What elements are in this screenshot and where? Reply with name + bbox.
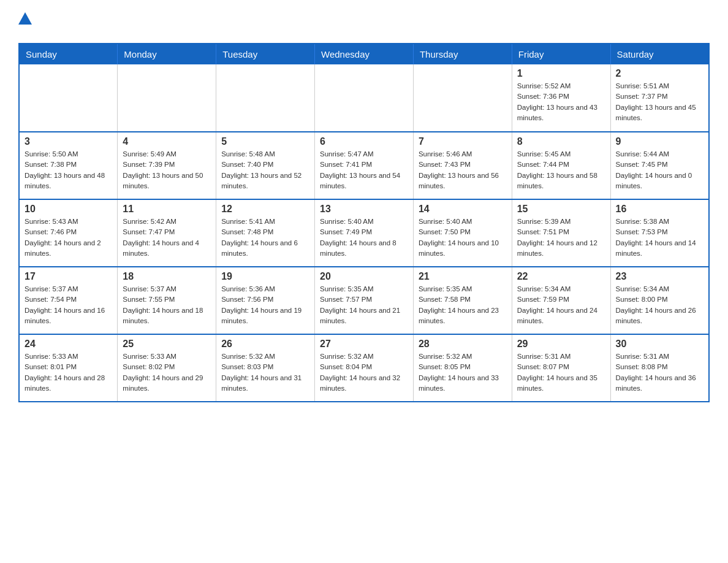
day-info: Sunrise: 5:34 AMSunset: 7:59 PMDaylight:… xyxy=(517,284,605,326)
day-info: Sunrise: 5:32 AMSunset: 8:05 PMDaylight:… xyxy=(419,351,507,394)
calendar-cell: 2Sunrise: 5:51 AMSunset: 7:37 PMDaylight… xyxy=(610,64,709,132)
day-number: 21 xyxy=(419,271,507,282)
day-info: Sunrise: 5:40 AMSunset: 7:50 PMDaylight:… xyxy=(419,216,507,259)
calendar-cell xyxy=(413,64,512,132)
day-info: Sunrise: 5:35 AMSunset: 7:57 PMDaylight:… xyxy=(320,284,408,326)
calendar-cell: 8Sunrise: 5:45 AMSunset: 7:44 PMDaylight… xyxy=(512,132,610,199)
day-number: 10 xyxy=(25,204,112,215)
day-info: Sunrise: 5:32 AMSunset: 8:03 PMDaylight:… xyxy=(221,351,309,394)
calendar-cell: 4Sunrise: 5:49 AMSunset: 7:39 PMDaylight… xyxy=(118,132,216,199)
calendar-cell: 17Sunrise: 5:37 AMSunset: 7:54 PMDayligh… xyxy=(19,267,118,334)
day-number: 13 xyxy=(320,204,408,215)
calendar-cell: 19Sunrise: 5:36 AMSunset: 7:56 PMDayligh… xyxy=(216,267,315,334)
calendar-cell: 15Sunrise: 5:39 AMSunset: 7:51 PMDayligh… xyxy=(512,199,610,267)
calendar-cell xyxy=(118,64,216,132)
day-number: 30 xyxy=(616,339,703,350)
calendar-cell: 1Sunrise: 5:52 AMSunset: 7:36 PMDaylight… xyxy=(512,64,610,132)
day-number: 15 xyxy=(517,204,605,215)
calendar-cell: 9Sunrise: 5:44 AMSunset: 7:45 PMDaylight… xyxy=(610,132,709,199)
day-info: Sunrise: 5:35 AMSunset: 7:58 PMDaylight:… xyxy=(419,284,507,326)
calendar-cell xyxy=(315,64,414,132)
day-number: 22 xyxy=(517,271,605,282)
calendar-cell: 30Sunrise: 5:31 AMSunset: 8:08 PMDayligh… xyxy=(610,334,709,402)
day-info: Sunrise: 5:34 AMSunset: 8:00 PMDaylight:… xyxy=(616,284,703,326)
page-header xyxy=(18,12,710,33)
day-info: Sunrise: 5:49 AMSunset: 7:39 PMDaylight:… xyxy=(123,149,211,191)
calendar-cell: 26Sunrise: 5:32 AMSunset: 8:03 PMDayligh… xyxy=(216,334,315,402)
day-number: 4 xyxy=(123,136,211,147)
calendar-table: SundayMondayTuesdayWednesdayThursdayFrid… xyxy=(18,43,710,402)
day-of-week-header: Monday xyxy=(118,44,216,64)
logo xyxy=(18,12,33,33)
day-info: Sunrise: 5:33 AMSunset: 8:02 PMDaylight:… xyxy=(123,351,211,394)
day-number: 19 xyxy=(221,271,309,282)
day-number: 25 xyxy=(123,339,211,350)
day-info: Sunrise: 5:42 AMSunset: 7:47 PMDaylight:… xyxy=(123,216,211,259)
day-number: 27 xyxy=(320,339,408,350)
day-info: Sunrise: 5:32 AMSunset: 8:04 PMDaylight:… xyxy=(320,351,408,394)
calendar-week-row: 1Sunrise: 5:52 AMSunset: 7:36 PMDaylight… xyxy=(19,64,709,132)
calendar-cell xyxy=(19,64,118,132)
calendar-cell: 5Sunrise: 5:48 AMSunset: 7:40 PMDaylight… xyxy=(216,132,315,199)
day-info: Sunrise: 5:41 AMSunset: 7:48 PMDaylight:… xyxy=(221,216,309,259)
day-info: Sunrise: 5:33 AMSunset: 8:01 PMDaylight:… xyxy=(25,351,112,394)
calendar-cell: 13Sunrise: 5:40 AMSunset: 7:49 PMDayligh… xyxy=(315,199,414,267)
day-info: Sunrise: 5:38 AMSunset: 7:53 PMDaylight:… xyxy=(616,216,703,259)
calendar-week-row: 17Sunrise: 5:37 AMSunset: 7:54 PMDayligh… xyxy=(19,267,709,334)
day-info: Sunrise: 5:36 AMSunset: 7:56 PMDaylight:… xyxy=(221,284,309,326)
day-number: 11 xyxy=(123,204,211,215)
calendar-cell: 3Sunrise: 5:50 AMSunset: 7:38 PMDaylight… xyxy=(19,132,118,199)
day-number: 17 xyxy=(25,271,112,282)
calendar-cell: 20Sunrise: 5:35 AMSunset: 7:57 PMDayligh… xyxy=(315,267,414,334)
day-of-week-header: Thursday xyxy=(413,44,512,64)
calendar-cell: 12Sunrise: 5:41 AMSunset: 7:48 PMDayligh… xyxy=(216,199,315,267)
logo-triangle-icon xyxy=(18,12,32,25)
calendar-cell: 18Sunrise: 5:37 AMSunset: 7:55 PMDayligh… xyxy=(118,267,216,334)
day-of-week-header: Sunday xyxy=(19,44,118,64)
day-info: Sunrise: 5:44 AMSunset: 7:45 PMDaylight:… xyxy=(616,149,703,191)
day-info: Sunrise: 5:50 AMSunset: 7:38 PMDaylight:… xyxy=(25,149,112,191)
day-number: 6 xyxy=(320,136,408,147)
calendar-cell: 27Sunrise: 5:32 AMSunset: 8:04 PMDayligh… xyxy=(315,334,414,402)
day-number: 18 xyxy=(123,271,211,282)
day-number: 29 xyxy=(517,339,605,350)
day-info: Sunrise: 5:37 AMSunset: 7:55 PMDaylight:… xyxy=(123,284,211,326)
day-number: 28 xyxy=(419,339,507,350)
day-number: 1 xyxy=(517,68,605,79)
day-number: 20 xyxy=(320,271,408,282)
day-info: Sunrise: 5:45 AMSunset: 7:44 PMDaylight:… xyxy=(517,149,605,191)
calendar-cell: 22Sunrise: 5:34 AMSunset: 7:59 PMDayligh… xyxy=(512,267,610,334)
logo-blue-text xyxy=(18,23,20,33)
day-info: Sunrise: 5:46 AMSunset: 7:43 PMDaylight:… xyxy=(419,149,507,191)
day-number: 26 xyxy=(221,339,309,350)
calendar-week-row: 10Sunrise: 5:43 AMSunset: 7:46 PMDayligh… xyxy=(19,199,709,267)
day-info: Sunrise: 5:48 AMSunset: 7:40 PMDaylight:… xyxy=(221,149,309,191)
day-info: Sunrise: 5:51 AMSunset: 7:37 PMDaylight:… xyxy=(616,81,703,123)
calendar-cell: 23Sunrise: 5:34 AMSunset: 8:00 PMDayligh… xyxy=(610,267,709,334)
calendar-cell: 29Sunrise: 5:31 AMSunset: 8:07 PMDayligh… xyxy=(512,334,610,402)
calendar-cell: 14Sunrise: 5:40 AMSunset: 7:50 PMDayligh… xyxy=(413,199,512,267)
day-of-week-header: Wednesday xyxy=(315,44,414,64)
day-of-week-header: Tuesday xyxy=(216,44,315,64)
calendar-header-row: SundayMondayTuesdayWednesdayThursdayFrid… xyxy=(19,44,709,64)
calendar-cell: 25Sunrise: 5:33 AMSunset: 8:02 PMDayligh… xyxy=(118,334,216,402)
day-number: 14 xyxy=(419,204,507,215)
day-number: 23 xyxy=(616,271,703,282)
calendar-cell: 24Sunrise: 5:33 AMSunset: 8:01 PMDayligh… xyxy=(19,334,118,402)
calendar-cell: 6Sunrise: 5:47 AMSunset: 7:41 PMDaylight… xyxy=(315,132,414,199)
day-of-week-header: Saturday xyxy=(610,44,709,64)
svg-marker-0 xyxy=(18,12,32,25)
calendar-cell: 11Sunrise: 5:42 AMSunset: 7:47 PMDayligh… xyxy=(118,199,216,267)
day-info: Sunrise: 5:39 AMSunset: 7:51 PMDaylight:… xyxy=(517,216,605,259)
day-number: 3 xyxy=(25,136,112,147)
day-of-week-header: Friday xyxy=(512,44,610,64)
day-number: 12 xyxy=(221,204,309,215)
calendar-cell xyxy=(216,64,315,132)
calendar-cell: 7Sunrise: 5:46 AMSunset: 7:43 PMDaylight… xyxy=(413,132,512,199)
calendar-cell: 10Sunrise: 5:43 AMSunset: 7:46 PMDayligh… xyxy=(19,199,118,267)
day-info: Sunrise: 5:40 AMSunset: 7:49 PMDaylight:… xyxy=(320,216,408,259)
day-info: Sunrise: 5:43 AMSunset: 7:46 PMDaylight:… xyxy=(25,216,112,259)
day-number: 7 xyxy=(419,136,507,147)
day-info: Sunrise: 5:52 AMSunset: 7:36 PMDaylight:… xyxy=(517,81,605,123)
day-number: 9 xyxy=(616,136,703,147)
